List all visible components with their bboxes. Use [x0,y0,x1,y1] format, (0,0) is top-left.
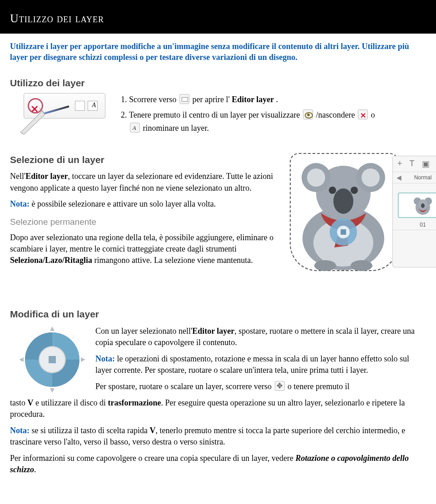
koala-illustration [289,152,400,272]
eye-icon [303,109,313,119]
mod-p4c: . [34,465,36,474]
modify-heading: Modifica di un layer [10,307,426,321]
mod-note1-label: Nota: [95,354,115,363]
modify-note1: Nota: le operazioni di spostamento, rota… [95,353,426,376]
mod-p3a: tasto [10,398,28,407]
svg-point-10 [329,187,336,194]
svg-text:✕: ✕ [71,334,76,341]
stylus-icon [19,107,46,134]
svg-point-12 [314,260,336,271]
modify-p3: tasto V e utilizzare il disco di trasfor… [10,397,426,420]
svg-point-13 [351,260,372,271]
layer-thumbnail[interactable] [398,193,436,218]
intro-text: Utilizzare i layer per apportare modific… [0,34,436,73]
svg-rect-16 [341,229,346,235]
blend-mode-label[interactable]: Normal [401,174,436,181]
modify-p4: Per informazioni su come capovolgere o c… [10,453,426,476]
step1-d: . [276,95,278,104]
koala-figure: + T ▣ ▯ ◀ Normal ▶ ✕ 👁 [290,153,426,285]
svg-marker-27 [50,326,54,331]
modify-p1: Con un layer selezionato nell'Editor lay… [95,326,426,349]
sel-p1b: Editor layer [25,172,68,181]
sel-p2c: rimangono attive. La selezione viene man… [92,256,253,265]
step2-c: o [371,110,375,119]
svg-marker-29 [19,357,24,362]
panel-lock-icon[interactable]: 🔒 [393,241,436,251]
step1-a: Scorrere verso [129,95,178,104]
mod-note2-b: V [149,426,155,435]
add-layer-icon[interactable]: + [397,159,402,169]
rename-a-icon [130,123,140,133]
opacity-slider[interactable] [393,230,436,241]
sel-p2a: Dopo aver selezionato una regione della … [10,233,273,253]
step1-b: per aprire l' [192,95,229,104]
mod-p1b: Editor layer [192,326,234,336]
svg-rect-24 [49,356,56,363]
svg-point-8 [362,168,380,187]
move-icon [275,381,285,391]
mod-p2a: Per spostare, ruotare o scalare un layer… [95,382,274,391]
svg-marker-30 [81,357,85,362]
transform-gizmo-icon: ⤡ ✕ [18,326,86,394]
selection-heading: Selezione di un layer [10,153,276,166]
step2-a: Tenere premuto il centro di un layer per… [129,110,302,119]
step-1: Scorrere verso per aprire l' Editor laye… [129,93,426,106]
selection-p2: Dopo aver selezionato una regione della … [10,232,276,267]
page-title: Utilizzo dei layer [0,0,436,34]
svg-point-21 [421,203,425,208]
modify-note2: Nota: se si utilizza il tasto di scelta … [10,425,426,448]
mod-note1-text: le operazioni di spostamento, rotazione … [95,354,409,375]
layers-icon [179,94,189,104]
mod-p3b: V [28,398,34,407]
step2-b: /nascondere [316,110,357,119]
layer-index-label: 01 [393,220,436,230]
step1-c: Editor layer [232,95,274,104]
mod-p4a: Per informazioni su come capovolgere o c… [10,454,296,463]
modify-p2: Per spostare, ruotare o scalare un layer… [95,381,426,393]
hide-x-icon [358,109,368,119]
mod-note2-a: se si utilizza il tasto di scelta rapida [30,426,149,435]
svg-point-11 [351,187,358,194]
svg-point-9 [333,188,353,214]
mod-note2-label: Nota: [10,426,30,435]
blend-prev-icon[interactable]: ◀ [396,174,401,181]
sel-note-text: è possibile selezionare e attivare un so… [30,199,216,208]
step2-d: rinominare un layer. [143,124,209,133]
sel-note-label: Nota: [10,199,30,208]
layer-panel: + T ▣ ▯ ◀ Normal ▶ ✕ 👁 [392,156,436,267]
step-2: Tenere premuto il centro di un layer per… [129,109,426,135]
layer-toolbar-figure: ✕ A [24,93,105,119]
svg-text:⤡: ⤡ [30,334,35,341]
selection-p1: Nell'Editor layer, toccare un layer da s… [10,171,276,193]
text-layer-icon[interactable]: T [410,159,415,169]
svg-point-6 [307,168,325,187]
usage-heading: Utilizzo dei layer [10,78,426,89]
svg-marker-28 [50,388,54,393]
sel-p1a: Nell' [10,172,25,181]
selection-note: Nota: è possibile selezionare e attivare… [10,198,276,210]
mod-p3d: trasformazione [108,398,161,407]
mod-p2b: o tenere premuto il [287,382,349,391]
svg-marker-0 [20,111,45,134]
sel-p2b: Seleziona/Lazo/Ritaglia [10,256,92,265]
mod-p3c: e utilizzare il disco di [34,398,108,407]
mod-p1a: Con un layer selezionato nell' [95,326,192,336]
usage-steps: Scorrere verso per aprire l' Editor laye… [119,93,426,138]
selection-sub-heading: Selezione permanente [10,216,276,228]
image-layer-icon[interactable]: ▣ [422,159,430,169]
